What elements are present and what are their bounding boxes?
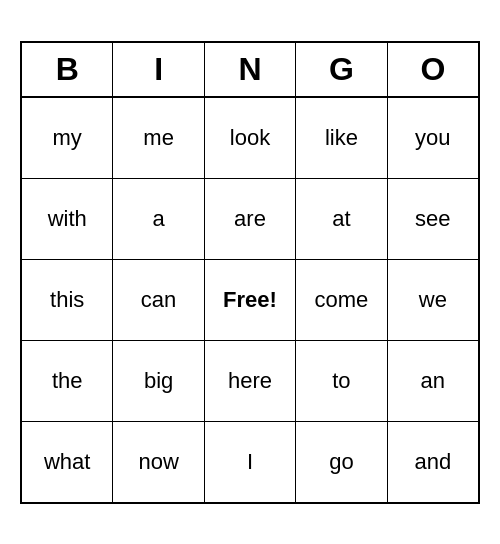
grid-cell-4-3[interactable]: go xyxy=(296,422,387,502)
grid-cell-4-1[interactable]: now xyxy=(113,422,204,502)
bingo-card: BINGO mymelooklikeyouwithaareatseethisca… xyxy=(20,41,480,504)
grid-cell-0-2[interactable]: look xyxy=(205,98,296,178)
grid-row-2: thiscanFree!comewe xyxy=(22,260,478,341)
grid-row-4: whatnowIgoand xyxy=(22,422,478,502)
grid-cell-0-0[interactable]: my xyxy=(22,98,113,178)
grid-cell-1-2[interactable]: are xyxy=(205,179,296,259)
grid-cell-0-3[interactable]: like xyxy=(296,98,387,178)
header-letter-g: G xyxy=(296,43,387,96)
grid-row-1: withaareatsee xyxy=(22,179,478,260)
grid-cell-2-0[interactable]: this xyxy=(22,260,113,340)
header-letter-b: B xyxy=(22,43,113,96)
grid-cell-3-4[interactable]: an xyxy=(388,341,478,421)
grid-cell-4-0[interactable]: what xyxy=(22,422,113,502)
bingo-grid: mymelooklikeyouwithaareatseethiscanFree!… xyxy=(22,98,478,502)
grid-cell-3-3[interactable]: to xyxy=(296,341,387,421)
grid-cell-3-1[interactable]: big xyxy=(113,341,204,421)
grid-cell-2-4[interactable]: we xyxy=(388,260,478,340)
grid-cell-1-0[interactable]: with xyxy=(22,179,113,259)
grid-cell-0-4[interactable]: you xyxy=(388,98,478,178)
bingo-header: BINGO xyxy=(22,43,478,98)
grid-cell-1-1[interactable]: a xyxy=(113,179,204,259)
grid-cell-0-1[interactable]: me xyxy=(113,98,204,178)
grid-cell-4-2[interactable]: I xyxy=(205,422,296,502)
grid-cell-3-2[interactable]: here xyxy=(205,341,296,421)
grid-cell-2-3[interactable]: come xyxy=(296,260,387,340)
grid-row-0: mymelooklikeyou xyxy=(22,98,478,179)
grid-row-3: thebigheretoan xyxy=(22,341,478,422)
header-letter-o: O xyxy=(388,43,478,96)
grid-cell-2-1[interactable]: can xyxy=(113,260,204,340)
grid-cell-1-4[interactable]: see xyxy=(388,179,478,259)
header-letter-n: N xyxy=(205,43,296,96)
header-letter-i: I xyxy=(113,43,204,96)
grid-cell-2-2[interactable]: Free! xyxy=(205,260,296,340)
grid-cell-3-0[interactable]: the xyxy=(22,341,113,421)
grid-cell-4-4[interactable]: and xyxy=(388,422,478,502)
grid-cell-1-3[interactable]: at xyxy=(296,179,387,259)
